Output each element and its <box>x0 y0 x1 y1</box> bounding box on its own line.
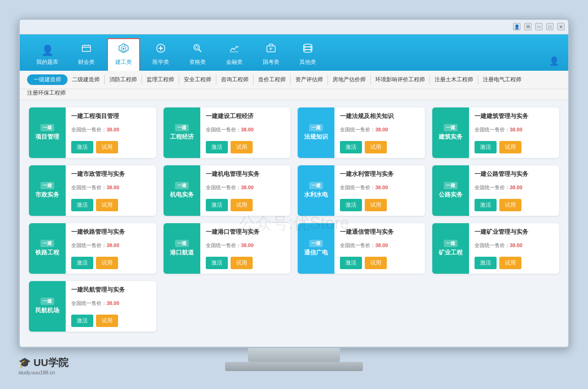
activate-button[interactable]: 激活 <box>340 199 362 211</box>
product-thumb: 一建通信广电 <box>298 223 334 274</box>
trial-button[interactable]: 试用 <box>96 315 118 327</box>
minimize-btn[interactable]: ─ <box>535 23 543 30</box>
activate-button[interactable]: 激活 <box>206 141 228 153</box>
product-price: 全国统一售价：38.00 <box>71 184 151 191</box>
product-card: 一建铁路工程 一建铁路管理与实务 全国统一售价：38.00 激活 试用 <box>29 223 156 274</box>
trial-button[interactable]: 试用 <box>96 257 118 269</box>
trial-button[interactable]: 试用 <box>231 257 253 269</box>
trial-button[interactable]: 试用 <box>499 141 521 153</box>
nav-medicine[interactable]: 医学类 <box>145 39 177 71</box>
activate-button[interactable]: 激活 <box>206 199 228 211</box>
sub-nav-item[interactable]: 消防工程师 <box>105 75 142 85</box>
finance2-label: 金融类 <box>226 58 243 66</box>
sub-nav-item[interactable]: 注册电气工程师 <box>478 75 526 85</box>
trial-button[interactable]: 试用 <box>365 257 387 269</box>
btn-group: 激活 试用 <box>71 315 151 327</box>
product-info: 一建工程项目管理 全国统一售价：38.00 激活 试用 <box>66 107 156 158</box>
activate-button[interactable]: 激活 <box>206 257 228 269</box>
activate-button[interactable]: 激活 <box>340 257 362 269</box>
activate-button[interactable]: 激活 <box>71 199 93 211</box>
product-info: 一建铁路管理与实务 全国统一售价：38.00 激活 试用 <box>66 223 156 274</box>
nav-exam[interactable]: 国考类 <box>255 39 287 71</box>
activate-button[interactable]: 激活 <box>340 141 362 153</box>
product-name: 一建矿业管理与实务 <box>475 228 554 236</box>
logo-sub: study.uuu188.cn <box>18 370 55 375</box>
nav-other[interactable]: 其他类 <box>292 39 324 71</box>
sub-nav-item[interactable]: 资产评估师 <box>291 75 328 85</box>
product-info: 一建机电管理与实务 全国统一售价：38.00 激活 试用 <box>200 165 291 216</box>
sub-nav-item[interactable]: 环境影响评价工程师 <box>371 75 430 85</box>
product-info: 一建港口管理与实务 全国统一售价：38.00 激活 试用 <box>200 223 291 274</box>
trial-button[interactable]: 试用 <box>499 199 521 211</box>
user-icon-btn[interactable]: 👤 <box>513 23 520 30</box>
finance-label: 财会类 <box>78 58 95 66</box>
svg-point-11 <box>195 46 198 49</box>
product-info: 一建水利管理与实务 全国统一售价：38.00 激活 试用 <box>334 165 425 216</box>
user-account-icon[interactable]: 👤 <box>549 56 559 71</box>
main-content: 公众号:优Store 一建项目管理 一建工程项目管理 全国统一售价：38.00 … <box>20 100 568 347</box>
nav-construction[interactable]: 建工类 <box>107 38 140 71</box>
thumb-title: 民航机场 <box>35 307 59 315</box>
product-name: 一建建筑管理与实务 <box>475 112 554 120</box>
trial-button[interactable]: 试用 <box>231 141 253 153</box>
svg-point-18 <box>304 50 312 52</box>
bottom-logo-area: 🎓 UU学院 study.uuu188.cn <box>18 356 68 375</box>
sub-nav-item[interactable]: 一级建造师 <box>27 74 68 85</box>
maximize-btn[interactable]: □ <box>546 23 554 30</box>
trial-button[interactable]: 试用 <box>96 199 118 211</box>
nav-finance2[interactable]: 金融类 <box>218 39 250 71</box>
product-name: 一建市政管理与实务 <box>71 170 151 178</box>
thumb-title: 水利水电 <box>304 191 328 199</box>
activate-button[interactable]: 激活 <box>475 257 497 269</box>
product-info: 一建通信管理与实务 全国统一售价：38.00 激活 试用 <box>334 223 425 274</box>
sub-nav-item[interactable]: 咨询工程师 <box>216 75 254 85</box>
product-name: 一建公路管理与实务 <box>475 170 554 178</box>
trial-button[interactable]: 试用 <box>365 141 387 153</box>
thumb-badge: 一建 <box>309 240 323 247</box>
product-name: 一建工程项目管理 <box>71 112 151 120</box>
thumb-title: 机电实务 <box>170 191 194 199</box>
sub-nav-item[interactable]: 监理工程师 <box>142 75 179 85</box>
btn-group: 激活 试用 <box>340 199 419 211</box>
sub-nav-item[interactable]: 造价工程师 <box>254 75 291 85</box>
thumb-title: 建筑实务 <box>439 133 463 141</box>
sub-nav-item[interactable]: 安全工程师 <box>179 75 216 85</box>
trial-button[interactable]: 试用 <box>365 199 387 211</box>
activate-button[interactable]: 激活 <box>475 199 497 211</box>
product-price: 全国统一售价：38.00 <box>206 126 285 133</box>
monitor-base <box>225 362 363 371</box>
trial-button[interactable]: 试用 <box>231 199 253 211</box>
sub-nav-item[interactable]: 注册土木工程师 <box>430 75 478 85</box>
product-price: 全国统一售价：38.00 <box>340 184 419 191</box>
thumb-title: 港口航道 <box>170 249 194 257</box>
restore-btn[interactable]: ⧉ <box>524 23 531 30</box>
btn-group: 激活 试用 <box>206 257 285 269</box>
nav-finance[interactable]: 财会类 <box>70 39 102 71</box>
nav-my-library[interactable]: 👤 我的题库 <box>29 41 66 71</box>
app-container: 👤 我的题库 财会类 <box>20 34 568 347</box>
trial-button[interactable]: 试用 <box>96 141 118 153</box>
activate-button[interactable]: 激活 <box>475 141 497 153</box>
activate-button[interactable]: 激活 <box>71 141 93 153</box>
trial-button[interactable]: 试用 <box>499 257 521 269</box>
thumb-title: 通信广电 <box>304 249 328 257</box>
btn-group: 激活 试用 <box>206 199 285 211</box>
product-card: 一建市政实务 一建市政管理与实务 全国统一售价：38.00 激活 试用 <box>29 165 156 216</box>
product-card: 一建公路实务 一建公路管理与实务 全国统一售价：38.00 激活 试用 <box>432 165 560 216</box>
activate-button[interactable]: 激活 <box>71 257 93 269</box>
medicine-icon <box>155 43 166 56</box>
logo-name: UU学院 <box>34 356 68 370</box>
product-info: 一建民航管理与实务 全国统一售价：38.00 激活 试用 <box>66 281 156 332</box>
title-bar-controls: 👤 ⧉ ─ □ ✕ <box>513 23 565 30</box>
medicine-label: 医学类 <box>153 58 169 66</box>
activate-button[interactable]: 激活 <box>71 315 93 327</box>
product-name: 一建铁路管理与实务 <box>71 228 151 236</box>
sub-nav-row2-item[interactable]: 注册环保工程师 <box>27 90 66 96</box>
thumb-badge: 一建 <box>175 240 189 247</box>
close-btn[interactable]: ✕ <box>557 23 565 30</box>
sub-nav-item[interactable]: 房地产估价师 <box>328 75 371 85</box>
btn-group: 激活 试用 <box>71 199 151 211</box>
sub-nav-item[interactable]: 二级建造师 <box>68 75 105 85</box>
product-name: 一建机电管理与实务 <box>206 170 285 178</box>
nav-qualification[interactable]: 资格类 <box>181 39 214 71</box>
